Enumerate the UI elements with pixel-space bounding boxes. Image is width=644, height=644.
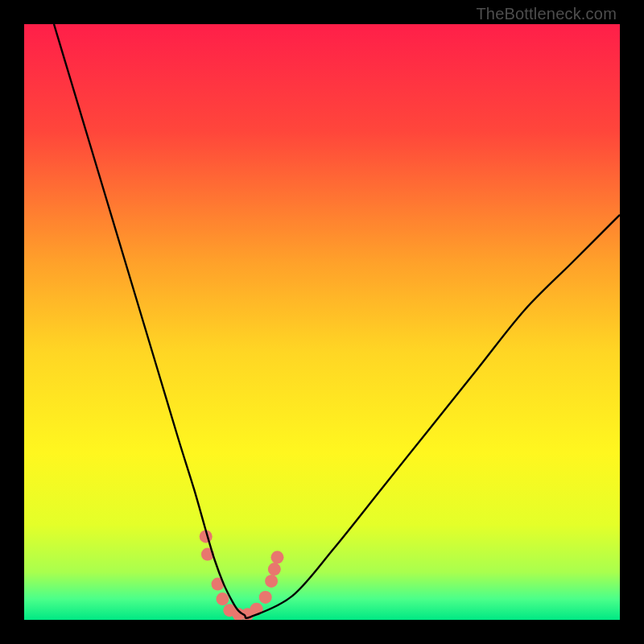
chart-frame: TheBottleneck.com — [0, 0, 644, 644]
bottleneck-curve — [54, 24, 620, 618]
marker-group — [200, 530, 284, 620]
watermark-text: TheBottleneck.com — [476, 5, 617, 23]
highlight-dot — [216, 592, 229, 605]
highlight-dot — [268, 563, 281, 576]
plot-area — [24, 24, 620, 620]
highlight-dot — [271, 551, 284, 564]
highlight-dot — [259, 591, 272, 604]
highlight-dot — [265, 575, 278, 588]
curve-layer — [24, 24, 620, 620]
